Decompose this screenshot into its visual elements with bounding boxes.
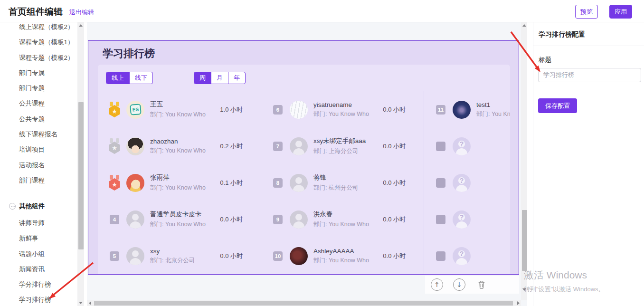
rank-badge: 4 xyxy=(110,215,119,224)
user-name: 洪永春 xyxy=(313,210,369,219)
user-name: test1 xyxy=(476,101,510,108)
preview-scrollbar[interactable] xyxy=(521,22,527,300)
learning-leaderboard-component[interactable]: 学习排行榜 线上线下 周月年 ★ES王五部门: You Know Who1.0 … xyxy=(88,40,519,275)
sidebar-item[interactable]: 线下课程报名 xyxy=(0,127,76,142)
avatar-silhouette xyxy=(290,137,308,155)
sidebar-item[interactable]: 线上课程（模板2） xyxy=(0,22,76,35)
preview-scrollbar-thumb[interactable] xyxy=(522,210,527,271)
mode-tab[interactable]: 线下 xyxy=(129,72,152,84)
scroll-right-icon[interactable] xyxy=(515,300,521,306)
sidebar-item[interactable]: 公共课程 xyxy=(0,96,76,111)
preview-pane: 学习排行榜 线上线下 周月年 ★ES王五部门: You Know Who1.0 … xyxy=(87,22,527,306)
sidebar-component-list: 线上课程（模板2）课程专题（模板1）课程专题（模板2）部门专属部门专题公共课程公… xyxy=(0,22,76,188)
rank-badge-empty xyxy=(436,178,445,188)
medal-bronze-icon: ★ xyxy=(108,175,121,191)
apply-button[interactable]: 应用 xyxy=(609,5,632,19)
sidebar-item[interactable]: 新闻资讯 xyxy=(0,262,76,277)
config-panel: 学习排行榜配置 标题 保存配置 xyxy=(533,22,644,306)
leaderboard-row: ? xyxy=(424,164,510,201)
sidebar-scrollbar-thumb[interactable] xyxy=(78,102,84,249)
sidebar-item[interactable]: 部门专属 xyxy=(0,66,76,81)
sidebar-item[interactable]: 培训项目 xyxy=(0,142,76,157)
user-dept: 部门: You Know Who xyxy=(313,110,369,118)
preview-button[interactable]: 预览 xyxy=(575,5,598,19)
horizontal-scrollbar[interactable] xyxy=(87,300,521,306)
title-input[interactable] xyxy=(538,68,641,82)
mode-tab[interactable]: 线上 xyxy=(106,72,129,84)
avatar-photo-dark xyxy=(290,247,308,265)
avatar-unknown: ? xyxy=(453,137,471,155)
component-toolbar: ↑ ↓ xyxy=(425,276,519,294)
avatar-photo-cartoon xyxy=(126,137,144,155)
avatar-silhouette xyxy=(290,174,308,192)
avatar-silhouette xyxy=(290,210,308,229)
avatar-unknown: ? xyxy=(453,210,471,229)
scroll-up-icon[interactable] xyxy=(77,22,84,29)
avatar-unknown: ? xyxy=(453,247,471,265)
avatar-unknown: ? xyxy=(453,174,471,192)
user-dept: 部门: You Know Who xyxy=(150,184,206,192)
horizontal-scrollbar-thumb[interactable] xyxy=(94,301,513,306)
sidebar-scrollbar[interactable] xyxy=(77,22,84,306)
component-title: 学习排行榜 xyxy=(103,47,155,61)
scroll-down-icon[interactable] xyxy=(521,287,527,293)
rank-badge: 11 xyxy=(436,105,445,115)
user-name: AshleyAAAAA xyxy=(313,248,369,255)
period-tab[interactable]: 月 xyxy=(211,72,228,84)
avatar-logo-es: ES xyxy=(126,101,144,119)
move-down-button[interactable]: ↓ xyxy=(453,278,465,291)
user-dept: 部门: You Know W xyxy=(476,110,510,118)
sidebar-item[interactable]: 课程专题（模板1） xyxy=(0,35,76,50)
scroll-down-icon[interactable] xyxy=(77,300,84,306)
sidebar-item[interactable]: 话题小组 xyxy=(0,247,76,262)
sidebar-section-other: 其他组件 xyxy=(0,199,76,214)
leaderboard-row: 4普通学员皮卡皮卡部门: You Know Who0.0 小时 xyxy=(98,201,261,238)
leaderboard-row: ? xyxy=(424,128,510,164)
move-up-button[interactable]: ↑ xyxy=(431,278,443,291)
study-hours: 0.2 小时 xyxy=(220,142,243,151)
sidebar-item[interactable]: 学习排行榜 xyxy=(0,292,76,306)
save-config-button[interactable]: 保存配置 xyxy=(538,98,577,113)
leaderboard-row: 6yisatruename部门: You Know Who0.0 小时 xyxy=(261,91,424,128)
rank-badge: 8 xyxy=(273,178,283,188)
period-tab-group: 周月年 xyxy=(194,72,246,84)
user-info: test1部门: You Know W xyxy=(476,101,510,118)
user-info: xsy部门: 北京分公司 xyxy=(150,248,195,265)
user-name: xsy未绑定手邮aaa xyxy=(313,137,366,145)
config-panel-header: 学习排行榜配置 xyxy=(533,22,644,46)
leaderboard-column: ★ES王五部门: You Know Who1.0 小时★zhaozhan部门: … xyxy=(98,91,261,274)
sidebar-item[interactable]: 部门专题 xyxy=(0,81,76,96)
delete-button[interactable] xyxy=(475,278,488,291)
user-name: zhaozhan xyxy=(150,138,206,145)
scroll-up-icon[interactable] xyxy=(521,22,527,29)
user-dept: 部门: You Know Who xyxy=(313,220,369,229)
sidebar-item[interactable]: 新鲜事 xyxy=(0,231,76,246)
period-tab[interactable]: 年 xyxy=(228,72,245,84)
user-info: 王五部门: You Know Who xyxy=(150,100,206,119)
user-info: 普通学员皮卡皮卡部门: You Know Who xyxy=(150,210,206,229)
exit-edit-link[interactable]: 退出编辑 xyxy=(69,8,94,17)
avatar-silhouette xyxy=(126,210,144,229)
sidebar-item[interactable]: 部门课程 xyxy=(0,173,76,188)
leaderboard-row: 11test1部门: You Know W xyxy=(424,91,510,128)
sidebar-item[interactable]: 课程专题（模板2） xyxy=(0,50,76,66)
user-info: xsy未绑定手邮aaa部门: 上海分公司 xyxy=(313,137,366,155)
sidebar-item[interactable]: 讲师导师 xyxy=(0,216,76,231)
period-tab[interactable]: 周 xyxy=(194,72,211,84)
user-info: 张雨萍部门: You Know Who xyxy=(150,173,206,192)
user-name: 蒋锋 xyxy=(313,173,358,182)
rank-badge: 10 xyxy=(273,251,283,261)
sidebar-item[interactable]: 公共专题 xyxy=(0,112,76,127)
medal-silver-icon: ★ xyxy=(108,138,121,154)
user-info: yisatruename部门: You Know Who xyxy=(313,101,369,118)
leaderboard-columns: ★ES王五部门: You Know Who1.0 小时★zhaozhan部门: … xyxy=(98,91,510,274)
rank-badge-empty xyxy=(436,251,445,261)
sidebar-item[interactable]: 学分排行榜 xyxy=(0,277,76,292)
sidebar-item[interactable]: 活动报名 xyxy=(0,158,76,173)
scroll-left-icon[interactable] xyxy=(87,300,93,306)
rank-badge: 7 xyxy=(273,142,283,151)
user-dept: 部门: You Know Who xyxy=(150,111,206,119)
user-dept: 部门: You Know Who xyxy=(150,220,206,229)
avatar-silhouette xyxy=(126,247,144,265)
user-dept: 部门: 北京分公司 xyxy=(150,257,195,265)
